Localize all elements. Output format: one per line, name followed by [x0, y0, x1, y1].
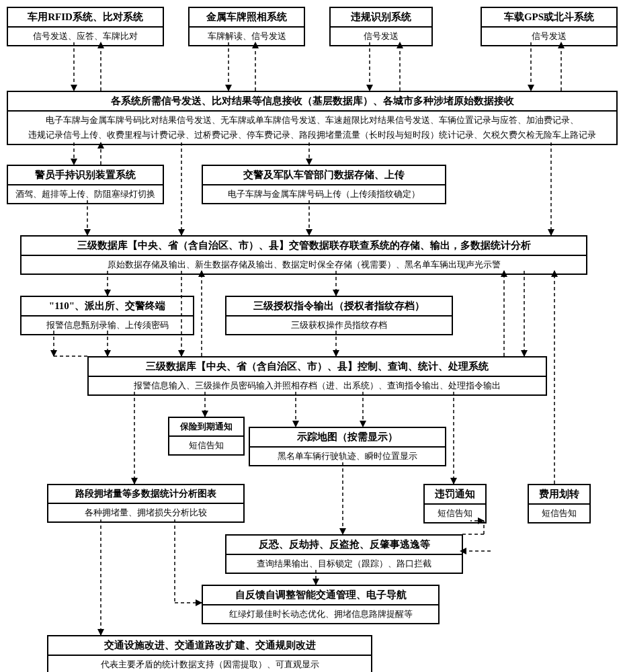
auth-title: 三级授权指令输出（授权者指纹存档） [226, 297, 452, 317]
smart-sub: 红绿灯最佳时长动态优化、拥堵信息路牌提醒等 [203, 605, 438, 623]
signalhub-line2: 违规记录信号上传、收费里程与计费记录、过桥费记录、停车费记录、路段拥堵量流量（长… [8, 129, 616, 144]
violation-title: 违规识别系统 [331, 8, 431, 28]
box-jam: 路段拥堵量等多数据统计分析图表 各种拥堵量、拥堵损失分析比较 [47, 484, 245, 523]
db3-title: 三级数据库【中央、省（含自治区、市）、县】交管数据联存联查系统的存储、输出，多数… [22, 237, 586, 256]
ins-title: 保险到期通知 [169, 418, 243, 437]
army-title: 交警及军队车管部门数据存储、上传 [203, 166, 445, 185]
box-signal-hub: 各系统所需信号发送、比对结果等信息接收（基层数据库）、各城市多种涉堵原始数据接收… [7, 91, 618, 145]
police-sub: 酒驾、超排等上传、防阻塞绿灯切换 [8, 185, 163, 203]
box-110: "110"、派出所、交警终端 报警信息甄别录输、上传须密码 [20, 296, 194, 335]
smart-title: 自反馈自调整智能交通管理、电子导航 [203, 586, 438, 605]
fee-sub: 短信告知 [529, 505, 589, 522]
gps-sub: 信号发送 [482, 28, 616, 45]
box-gps: 车载GPS或北斗系统 信号发送 [481, 7, 618, 46]
infra-sub: 代表主要矛盾的统计数据支持（因需提取）、可直观显示 [48, 656, 371, 672]
signalhub-line1: 电子车牌与金属车牌号码比对结果信号发送、无车牌或单车牌信号发送、车速超限比对结果… [8, 112, 616, 129]
db3-sub: 原始数据存储及输出、新生数据存储及输出、数据定时保全存储（视需要）、黑名单车辆出… [22, 256, 586, 274]
box-police-device: 警员手持识别装置系统 酒驾、超排等上传、防阻塞绿灯切换 [7, 165, 164, 204]
ins-sub: 短信告知 [169, 437, 243, 454]
signalhub-title: 各系统所需信号发送、比对结果等信息接收（基层数据库）、各城市多种涉堵原始数据接收 [8, 92, 616, 112]
box-infra: 交通设施改进、交通道路改扩建、交通规则改进 代表主要矛盾的统计数据支持（因需提取… [47, 635, 372, 672]
ctrl-sub: 报警信息输入、三级操作员密码输入并照相存档（进、出系统）、查询指令输出、处理指令… [89, 377, 546, 394]
box-smart: 自反馈自调整智能交通管理、电子导航 红绿灯最佳时长动态优化、拥堵信息路牌提醒等 [202, 585, 440, 624]
gps-title: 车载GPS或北斗系统 [482, 8, 616, 28]
rfid-sub: 信号发送、应答、车牌比对 [8, 28, 163, 45]
auth-sub: 三级获权操作员指纹存档 [226, 317, 452, 334]
box-anti: 反恐、反劫持、反盗抢、反肇事逃逸等 查询结果输出、目标锁定（跟踪）、路口拦截 [225, 534, 463, 574]
infra-title: 交通设施改进、交通道路改扩建、交通规则改进 [48, 636, 371, 656]
box-map: 示踪地图（按需显示） 黑名单车辆行驶轨迹、瞬时位置显示 [249, 427, 446, 466]
rfid-title: 车用RFID系统、比对系统 [8, 8, 163, 28]
fee-title: 费用划转 [529, 485, 589, 505]
box-control: 三级数据库【中央、省（含自治区、市）、县】控制、查询、统计、处理系统 报警信息输… [87, 356, 547, 396]
map-title: 示踪地图（按需显示） [250, 428, 445, 448]
pen-sub: 短信告知 [425, 505, 485, 522]
police-title: 警员手持识别装置系统 [8, 166, 163, 185]
jam-title: 路段拥堵量等多数据统计分析图表 [48, 485, 243, 504]
box-insurance: 保险到期通知 短信告知 [168, 417, 245, 456]
box-army-data: 交警及军队车管部门数据存储、上传 电子车牌与金属车牌号码上传（上传须指纹确定） [202, 165, 446, 204]
army-sub: 电子车牌与金属车牌号码上传（上传须指纹确定） [203, 185, 445, 203]
anti-sub: 查询结果输出、目标锁定（跟踪）、路口拦截 [226, 555, 462, 573]
anti-title: 反恐、反劫持、反盗抢、反肇事逃逸等 [226, 536, 462, 555]
box-db3: 三级数据库【中央、省（含自治区、市）、县】交管数据联存联查系统的存储、输出，多数… [20, 235, 587, 275]
box-fee: 费用划转 短信告知 [528, 484, 591, 523]
box-violation: 违规识别系统 信号发送 [329, 7, 433, 46]
box-rfid: 车用RFID系统、比对系统 信号发送、应答、车牌比对 [7, 7, 164, 46]
ctrl-title: 三级数据库【中央、省（含自治区、市）、县】控制、查询、统计、处理系统 [89, 358, 546, 377]
box-penalty: 违罚通知 短信告知 [423, 484, 487, 523]
p110-sub: 报警信息甄别录输、上传须密码 [22, 317, 193, 334]
box-auth: 三级授权指令输出（授权者指纹存档） 三级获权操作员指纹存档 [225, 296, 453, 335]
plate-sub: 车牌解读、信号发送 [190, 28, 304, 45]
p110-title: "110"、派出所、交警终端 [22, 297, 193, 317]
pen-title: 违罚通知 [425, 485, 485, 505]
plate-title: 金属车牌照相系统 [190, 8, 304, 28]
map-sub: 黑名单车辆行驶轨迹、瞬时位置显示 [250, 448, 445, 465]
box-plate: 金属车牌照相系统 车牌解读、信号发送 [188, 7, 305, 46]
jam-sub: 各种拥堵量、拥堵损失分析比较 [48, 504, 243, 521]
violation-sub: 信号发送 [331, 28, 431, 45]
